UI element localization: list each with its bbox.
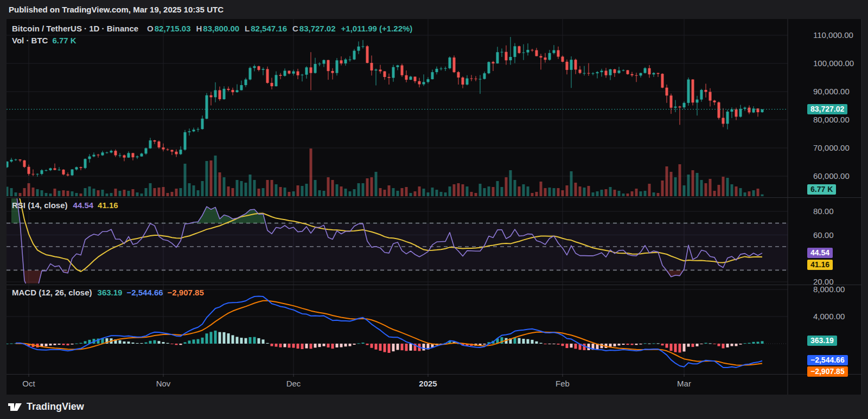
rsi-badge: 44.54 <box>807 248 833 258</box>
svg-text:2025: 2025 <box>419 379 437 388</box>
published-caption: Published on TradingView.com, Mar 19, 20… <box>9 5 224 14</box>
macd-line-badge: −2,544.66 <box>807 355 848 365</box>
symbol-legend[interactable]: Bitcoin / TetherUS · 1D · Binance O82,71… <box>12 24 412 33</box>
svg-text:Nov: Nov <box>156 379 171 388</box>
svg-text:80.00: 80.00 <box>813 207 834 216</box>
last-price-badge: 83,727.02 <box>807 104 847 114</box>
macd-signal-badge: −2,907.85 <box>807 366 848 377</box>
svg-text:110,000.00: 110,000.00 <box>813 30 853 40</box>
gridlines <box>7 19 861 395</box>
ohlc-high: H83,800.00 <box>196 24 240 33</box>
volume-value: 6.77 K <box>52 36 76 45</box>
macd-legend[interactable]: MACD (12, 26, close) 363.19 −2,544.66 −2… <box>12 288 204 297</box>
volume-badge: 6.77 K <box>807 184 836 195</box>
price-pane[interactable] <box>6 37 788 196</box>
svg-text:Feb: Feb <box>556 379 570 388</box>
svg-text:70,000.00: 70,000.00 <box>813 143 850 152</box>
svg-text:60,000.00: 60,000.00 <box>813 171 850 181</box>
rsi-legend[interactable]: RSI (14, close) 44.54 41.16 <box>12 201 118 210</box>
symbol-title: Bitcoin / TetherUS · 1D · Binance <box>12 24 138 33</box>
rsi-label: RSI (14, close) <box>12 201 68 210</box>
price-scale[interactable]: 110,000.00100,000.0090,000.0080,000.0070… <box>813 30 854 321</box>
change-value: +1,011.99 (+1.22%) <box>341 24 413 33</box>
macd-hist-badge: 363.19 <box>807 336 837 346</box>
macd-line-value: −2,544.66 <box>126 288 163 297</box>
svg-text:90,000.00: 90,000.00 <box>813 87 850 96</box>
svg-text:100,000.00: 100,000.00 <box>813 59 854 68</box>
time-scale[interactable]: OctNovDec2025FebMar <box>22 374 691 388</box>
volume-legend[interactable]: Vol · BTC 6.77 K <box>12 36 76 45</box>
published-bar: Published on TradingView.com, Mar 19, 20… <box>0 0 868 19</box>
svg-text:4,000.00: 4,000.00 <box>813 312 845 321</box>
tradingview-logo-icon[interactable] <box>8 401 22 413</box>
svg-text:60.00: 60.00 <box>813 230 834 240</box>
svg-text:Oct: Oct <box>22 379 35 388</box>
ohlc-close: C83,727.02 <box>292 24 336 33</box>
tradingview-brand[interactable]: TradingView <box>27 401 84 412</box>
macd-signal-value: −2,907.85 <box>168 288 204 297</box>
svg-text:Dec: Dec <box>286 379 301 388</box>
svg-text:8,000.00: 8,000.00 <box>813 285 845 294</box>
macd-pane[interactable] <box>6 296 764 368</box>
svg-text:Mar: Mar <box>677 379 691 388</box>
ohlc-low: L82,547.16 <box>245 24 287 33</box>
svg-text:80,000.00: 80,000.00 <box>813 115 850 124</box>
tradingview-published-chart: 110,000.00100,000.0090,000.0080,000.0070… <box>0 0 868 419</box>
volume-label: Vol · BTC <box>12 36 48 45</box>
footer-bar: TradingView <box>0 395 868 419</box>
rsi-ma-value: 41.16 <box>98 201 118 210</box>
rsi-value: 44.54 <box>73 201 94 210</box>
chart-canvas[interactable]: 110,000.00100,000.0090,000.0080,000.0070… <box>0 0 868 419</box>
rsi-ma-badge: 41.16 <box>807 260 833 270</box>
macd-hist-value: 363.19 <box>98 288 123 297</box>
ohlc-open: O82,715.03 <box>147 24 190 33</box>
macd-label: MACD (12, 26, close) <box>12 288 92 297</box>
rsi-band <box>7 223 788 270</box>
